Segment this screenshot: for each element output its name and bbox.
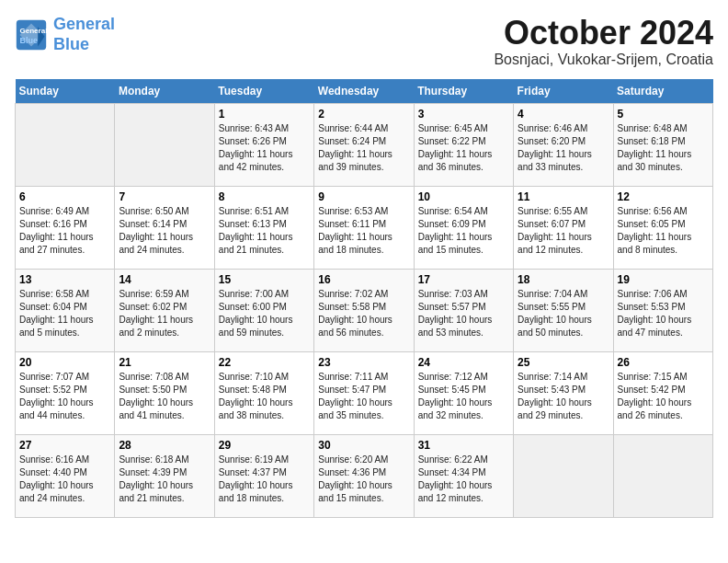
day-number: 11 — [518, 190, 609, 203]
calendar-cell: 20Sunrise: 7:07 AMSunset: 5:52 PMDayligh… — [16, 351, 115, 434]
day-detail: Sunrise: 6:59 AMSunset: 6:02 PMDaylight:… — [119, 288, 210, 339]
svg-text:General: General — [19, 27, 47, 35]
day-detail: Sunrise: 6:20 AMSunset: 4:36 PMDaylight:… — [318, 454, 409, 505]
calendar-cell: 24Sunrise: 7:12 AMSunset: 5:45 PMDayligh… — [414, 351, 513, 434]
calendar-week-row: 13Sunrise: 6:58 AMSunset: 6:04 PMDayligh… — [16, 269, 713, 351]
calendar-cell: 12Sunrise: 6:56 AMSunset: 6:05 PMDayligh… — [613, 186, 712, 269]
day-number: 26 — [618, 356, 709, 369]
day-detail: Sunrise: 6:48 AMSunset: 6:18 PMDaylight:… — [618, 122, 709, 174]
day-detail: Sunrise: 7:12 AMSunset: 5:45 PMDaylight:… — [418, 371, 509, 422]
day-of-week-header: Sunday — [16, 79, 115, 104]
day-detail: Sunrise: 6:19 AMSunset: 4:37 PMDaylight:… — [219, 454, 310, 505]
day-detail: Sunrise: 6:54 AMSunset: 6:09 PMDaylight:… — [418, 205, 509, 257]
day-number: 23 — [318, 356, 409, 369]
day-detail: Sunrise: 7:10 AMSunset: 5:48 PMDaylight:… — [219, 371, 310, 422]
day-number: 1 — [219, 108, 310, 121]
day-of-week-header: Tuesday — [214, 79, 313, 104]
calendar-cell: 4Sunrise: 6:46 AMSunset: 6:20 PMDaylight… — [514, 103, 613, 186]
day-detail: Sunrise: 7:02 AMSunset: 5:58 PMDaylight:… — [318, 288, 409, 339]
day-detail: Sunrise: 6:53 AMSunset: 6:11 PMDaylight:… — [318, 205, 409, 257]
calendar-table: SundayMondayTuesdayWednesdayThursdayFrid… — [15, 79, 713, 518]
day-detail: Sunrise: 7:08 AMSunset: 5:50 PMDaylight:… — [119, 371, 210, 422]
day-number: 15 — [219, 273, 310, 286]
day-number: 28 — [119, 439, 210, 452]
day-detail: Sunrise: 6:22 AMSunset: 4:34 PMDaylight:… — [418, 454, 509, 505]
calendar-cell: 23Sunrise: 7:11 AMSunset: 5:47 PMDayligh… — [314, 351, 414, 434]
day-detail: Sunrise: 7:07 AMSunset: 5:52 PMDaylight:… — [19, 371, 110, 422]
calendar-cell: 29Sunrise: 6:19 AMSunset: 4:37 PMDayligh… — [214, 434, 313, 517]
day-detail: Sunrise: 7:03 AMSunset: 5:57 PMDaylight:… — [418, 288, 509, 339]
day-detail: Sunrise: 7:06 AMSunset: 5:53 PMDaylight:… — [618, 288, 709, 339]
calendar-cell: 5Sunrise: 6:48 AMSunset: 6:18 PMDaylight… — [613, 103, 712, 186]
calendar-cell: 6Sunrise: 6:49 AMSunset: 6:16 PMDaylight… — [16, 186, 115, 269]
day-of-week-header: Thursday — [414, 79, 513, 104]
day-detail: Sunrise: 6:56 AMSunset: 6:05 PMDaylight:… — [618, 205, 709, 257]
svg-text:Blue: Blue — [19, 36, 38, 45]
day-detail: Sunrise: 7:14 AMSunset: 5:43 PMDaylight:… — [518, 371, 609, 422]
day-number: 14 — [119, 273, 210, 286]
day-of-week-header: Friday — [514, 79, 613, 104]
calendar-cell: 31Sunrise: 6:22 AMSunset: 4:34 PMDayligh… — [414, 434, 513, 517]
calendar-cell: 26Sunrise: 7:15 AMSunset: 5:42 PMDayligh… — [613, 351, 712, 434]
logo-icon: General Blue — [15, 18, 48, 52]
calendar-cell: 10Sunrise: 6:54 AMSunset: 6:09 PMDayligh… — [414, 186, 513, 269]
calendar-cell: 15Sunrise: 7:00 AMSunset: 6:00 PMDayligh… — [214, 269, 313, 351]
day-detail: Sunrise: 6:50 AMSunset: 6:14 PMDaylight:… — [119, 205, 210, 257]
day-detail: Sunrise: 7:11 AMSunset: 5:47 PMDaylight:… — [318, 371, 409, 422]
calendar-cell: 13Sunrise: 6:58 AMSunset: 6:04 PMDayligh… — [16, 269, 115, 351]
title-block: October 2024 Bosnjaci, Vukokar-Srijem, C… — [494, 15, 713, 68]
calendar-cell: 2Sunrise: 6:44 AMSunset: 6:24 PMDaylight… — [314, 103, 414, 186]
calendar-cell: 8Sunrise: 6:51 AMSunset: 6:13 PMDaylight… — [214, 186, 313, 269]
calendar-week-row: 6Sunrise: 6:49 AMSunset: 6:16 PMDaylight… — [16, 186, 713, 269]
day-number: 2 — [318, 108, 409, 121]
day-detail: Sunrise: 7:15 AMSunset: 5:42 PMDaylight:… — [618, 371, 709, 422]
day-detail: Sunrise: 6:18 AMSunset: 4:39 PMDaylight:… — [119, 454, 210, 505]
day-number: 4 — [518, 108, 609, 121]
day-detail: Sunrise: 6:44 AMSunset: 6:24 PMDaylight:… — [318, 122, 409, 174]
calendar-cell: 11Sunrise: 6:55 AMSunset: 6:07 PMDayligh… — [514, 186, 613, 269]
day-detail: Sunrise: 6:58 AMSunset: 6:04 PMDaylight:… — [19, 288, 110, 339]
calendar-cell: 7Sunrise: 6:50 AMSunset: 6:14 PMDaylight… — [115, 186, 214, 269]
day-detail: Sunrise: 7:00 AMSunset: 6:00 PMDaylight:… — [219, 288, 310, 339]
calendar-cell: 19Sunrise: 7:06 AMSunset: 5:53 PMDayligh… — [613, 269, 712, 351]
day-number: 22 — [219, 356, 310, 369]
day-detail: Sunrise: 6:16 AMSunset: 4:40 PMDaylight:… — [19, 454, 110, 505]
location: Bosnjaci, Vukokar-Srijem, Croatia — [494, 52, 713, 68]
day-number: 6 — [19, 190, 110, 203]
day-detail: Sunrise: 6:43 AMSunset: 6:26 PMDaylight:… — [219, 122, 310, 174]
calendar-cell — [514, 434, 613, 517]
day-number: 19 — [618, 273, 709, 286]
calendar-cell: 1Sunrise: 6:43 AMSunset: 6:26 PMDaylight… — [214, 103, 313, 186]
calendar-header-row: SundayMondayTuesdayWednesdayThursdayFrid… — [16, 79, 713, 104]
day-number: 13 — [19, 273, 110, 286]
page-header: General Blue General Blue October 2024 B… — [15, 15, 713, 68]
calendar-cell: 30Sunrise: 6:20 AMSunset: 4:36 PMDayligh… — [314, 434, 414, 517]
calendar-cell: 21Sunrise: 7:08 AMSunset: 5:50 PMDayligh… — [115, 351, 214, 434]
day-number: 27 — [19, 439, 110, 452]
day-detail: Sunrise: 6:49 AMSunset: 6:16 PMDaylight:… — [19, 205, 110, 257]
day-number: 16 — [318, 273, 409, 286]
calendar-week-row: 27Sunrise: 6:16 AMSunset: 4:40 PMDayligh… — [16, 434, 713, 517]
day-number: 5 — [618, 108, 709, 121]
day-number: 12 — [618, 190, 709, 203]
day-number: 25 — [518, 356, 609, 369]
day-number: 18 — [518, 273, 609, 286]
day-number: 10 — [418, 190, 509, 203]
day-number: 20 — [19, 356, 110, 369]
calendar-cell: 25Sunrise: 7:14 AMSunset: 5:43 PMDayligh… — [514, 351, 613, 434]
calendar-cell: 14Sunrise: 6:59 AMSunset: 6:02 PMDayligh… — [115, 269, 214, 351]
day-number: 8 — [219, 190, 310, 203]
calendar-cell: 27Sunrise: 6:16 AMSunset: 4:40 PMDayligh… — [16, 434, 115, 517]
calendar-week-row: 20Sunrise: 7:07 AMSunset: 5:52 PMDayligh… — [16, 351, 713, 434]
calendar-cell: 9Sunrise: 6:53 AMSunset: 6:11 PMDaylight… — [314, 186, 414, 269]
day-number: 24 — [418, 356, 509, 369]
calendar-cell: 16Sunrise: 7:02 AMSunset: 5:58 PMDayligh… — [314, 269, 414, 351]
day-detail: Sunrise: 7:04 AMSunset: 5:55 PMDaylight:… — [518, 288, 609, 339]
day-number: 29 — [219, 439, 310, 452]
logo: General Blue General Blue — [15, 15, 115, 54]
day-detail: Sunrise: 6:51 AMSunset: 6:13 PMDaylight:… — [219, 205, 310, 257]
calendar-cell — [613, 434, 712, 517]
day-of-week-header: Wednesday — [314, 79, 414, 104]
day-number: 3 — [418, 108, 509, 121]
day-number: 9 — [318, 190, 409, 203]
